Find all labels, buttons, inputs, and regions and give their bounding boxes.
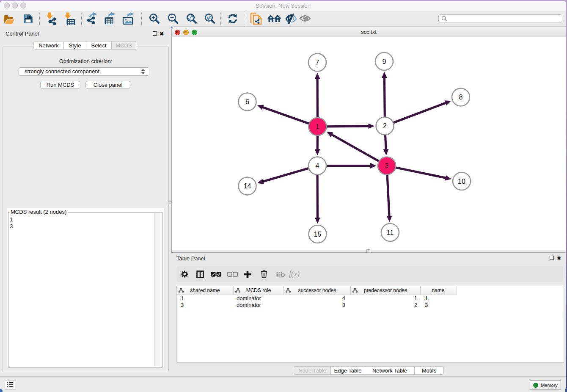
svg-text:10: 10 [458,178,465,185]
svg-text:11: 11 [387,229,394,236]
svg-text:6: 6 [245,98,249,105]
svg-text:14: 14 [244,182,251,190]
svg-text:2: 2 [383,122,387,130]
svg-text:15: 15 [314,231,322,238]
svg-text:9: 9 [383,58,386,65]
svg-text:8: 8 [459,94,463,101]
svg-text:4: 4 [316,162,319,169]
svg-text:3: 3 [385,162,389,169]
svg-text:1: 1 [316,123,319,130]
svg-text:7: 7 [316,59,319,66]
